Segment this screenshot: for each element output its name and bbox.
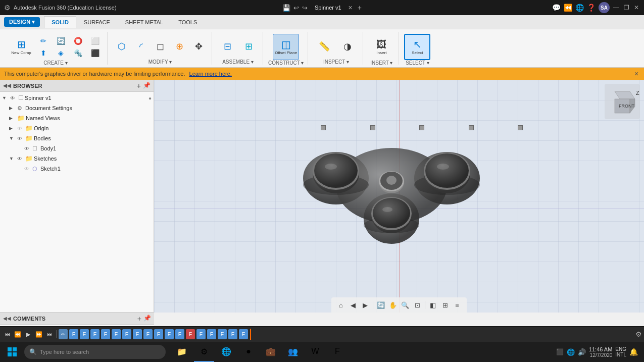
- taskbar-search-box[interactable]: 🔍 Type here to search: [24, 345, 166, 359]
- create-label[interactable]: CREATE ▾: [43, 60, 68, 66]
- warning-link[interactable]: Learn more here.: [189, 71, 232, 77]
- assemble-component-btn[interactable]: ⊟: [217, 34, 237, 59]
- new-tab-icon[interactable]: +: [358, 4, 362, 12]
- taskbar-edge-btn[interactable]: 🌐: [216, 342, 236, 362]
- tl-item-14[interactable]: E: [218, 329, 227, 339]
- modify-label[interactable]: MODIFY ▾: [148, 59, 172, 65]
- revolve-btn[interactable]: 🔄: [53, 35, 69, 46]
- minimize-button[interactable]: —: [613, 4, 620, 11]
- view-cube[interactable]: FRONT Z: [605, 84, 640, 119]
- redo-icon[interactable]: ↪: [302, 4, 308, 12]
- tab-tools[interactable]: TOOLS: [171, 16, 205, 28]
- loft-btn[interactable]: ◈: [53, 47, 69, 59]
- tl-item-8[interactable]: E: [143, 329, 153, 339]
- grid-btn[interactable]: ⊞: [439, 299, 451, 311]
- save-icon[interactable]: 💾: [282, 4, 290, 12]
- measure-btn[interactable]: 📏: [313, 34, 335, 59]
- tl-item-3[interactable]: E: [90, 329, 100, 339]
- cylinder-btn[interactable]: ⬛: [87, 47, 103, 59]
- tree-item-bodies[interactable]: ▼ 👁 📁 Bodies: [7, 133, 154, 143]
- tl-item-fillet[interactable]: F: [186, 329, 195, 339]
- taskbar-app5-btn[interactable]: 💼: [261, 342, 281, 362]
- browser-add-icon[interactable]: +: [137, 82, 141, 90]
- tl-item-13[interactable]: E: [207, 329, 216, 339]
- tree-eye-spinner[interactable]: 👁: [10, 95, 17, 101]
- thread-btn[interactable]: 🔩: [70, 47, 86, 59]
- sketch-btn[interactable]: ✏: [35, 35, 52, 46]
- zoom-extents-btn[interactable]: ⊡: [412, 299, 423, 311]
- tl-item-4[interactable]: E: [101, 329, 110, 339]
- web-icon[interactable]: 🌐: [575, 4, 584, 12]
- tree-item-body1[interactable]: ▶ 👁 ☐ Body1: [14, 143, 154, 153]
- design-button[interactable]: DESIGN ▾: [4, 17, 40, 27]
- tl-item-7[interactable]: E: [133, 329, 142, 339]
- tree-eye-bodies[interactable]: 👁: [17, 136, 24, 141]
- timeline-first-btn[interactable]: ⏮: [2, 329, 12, 339]
- timeline-settings-btn[interactable]: ⚙: [635, 330, 642, 338]
- tl-item-6[interactable]: E: [122, 329, 131, 339]
- select-btn[interactable]: ↖ Select: [404, 34, 430, 60]
- construct-label[interactable]: CONSTRUCT ▾: [268, 60, 304, 66]
- timeline-prev-btn[interactable]: ⏪: [13, 329, 23, 339]
- browser-pin-icon[interactable]: 📌: [143, 82, 151, 90]
- help-history-icon[interactable]: ⏪: [564, 4, 572, 12]
- joint-btn[interactable]: ⊞: [238, 34, 259, 59]
- new-component-btn[interactable]: ⊞ New Comp: [8, 34, 34, 60]
- combine-btn[interactable]: ⊕: [170, 34, 188, 59]
- windows-start-btn[interactable]: [2, 342, 22, 362]
- section-analysis-btn[interactable]: ◑: [336, 34, 359, 59]
- tab-solid[interactable]: SOLID: [44, 16, 76, 28]
- tree-item-origin[interactable]: ▶ 👁 📁 Origin: [7, 123, 154, 133]
- tl-item-11[interactable]: E: [175, 329, 184, 339]
- taskbar-chrome-btn[interactable]: ●: [238, 342, 259, 362]
- tree-eye-sketch1[interactable]: 👁: [24, 166, 31, 172]
- box-btn[interactable]: ⬜: [87, 35, 103, 46]
- prev-view-btn[interactable]: ◀: [348, 299, 359, 311]
- tl-item-10[interactable]: E: [165, 329, 174, 339]
- warning-close-btn[interactable]: ×: [633, 70, 640, 77]
- offset-plane-btn[interactable]: ◫ Offset Plane: [273, 34, 299, 60]
- browser-collapse-icon[interactable]: ◀◀: [3, 83, 11, 88]
- tree-item-sketch1[interactable]: ▶ 👁 ⬡ Sketch1: [14, 164, 154, 174]
- press-pull-btn[interactable]: ⬡: [113, 34, 131, 59]
- home-view-btn[interactable]: ⌂: [335, 299, 346, 311]
- tree-item-named-views[interactable]: ▶ 📁 Named Views: [7, 113, 154, 123]
- user-avatar[interactable]: SA: [599, 2, 610, 13]
- zoom-btn[interactable]: 🔍: [400, 299, 411, 311]
- extrude-btn[interactable]: ⬆: [35, 47, 52, 59]
- tl-item-5[interactable]: E: [112, 329, 121, 339]
- comments-add-btn[interactable]: +: [137, 315, 141, 323]
- inspect-label[interactable]: INSPECT ▾: [323, 59, 349, 65]
- insert-canvas-btn[interactable]: 🖼 Insert: [368, 34, 394, 60]
- taskbar-teams-btn[interactable]: 👥: [283, 342, 303, 362]
- tree-eye-body1[interactable]: 👁: [24, 146, 31, 151]
- taskbar-fusion2-btn[interactable]: F: [327, 342, 348, 362]
- viewport[interactable]: FRONT Z ⌂ ◀ ▶ 🔄 ✋ 🔍 ⊡ ◧ ⊞ ≡: [154, 80, 644, 313]
- timeline-next-btn[interactable]: ⏩: [34, 329, 44, 339]
- tl-item-2[interactable]: E: [80, 329, 89, 339]
- tl-item-16[interactable]: E: [239, 329, 248, 339]
- shell-btn[interactable]: ◻: [151, 34, 169, 59]
- close-tab-icon[interactable]: ×: [349, 4, 353, 12]
- tl-item-15[interactable]: E: [228, 329, 237, 339]
- environment-btn[interactable]: ≡: [452, 299, 463, 311]
- taskbar-fusion-btn[interactable]: ⚙: [194, 342, 214, 362]
- taskbar-notification-icon[interactable]: 🔔: [629, 348, 638, 356]
- tree-item-doc-settings[interactable]: ▶ ⚙ Document Settings: [7, 103, 154, 113]
- maximize-button[interactable]: ❐: [623, 4, 630, 11]
- tl-item-sketch[interactable]: ✏: [59, 329, 68, 339]
- help-icon[interactable]: ❓: [587, 4, 596, 12]
- comments-collapse-icon[interactable]: ◀◀: [3, 316, 11, 321]
- display-mode-btn[interactable]: ◧: [427, 299, 438, 311]
- tree-eye-sketches[interactable]: 👁: [17, 156, 24, 162]
- tree-item-spinner-v1[interactable]: ▼ 👁 ☐ Spinner v1 ●: [0, 93, 154, 103]
- tl-item-12[interactable]: E: [196, 329, 206, 339]
- hole-btn[interactable]: ⭕: [70, 35, 86, 46]
- fillet-btn[interactable]: ◜: [132, 34, 150, 59]
- tab-sheet-metal[interactable]: SHEET METAL: [118, 16, 171, 28]
- move-copy-btn[interactable]: ✥: [189, 34, 208, 59]
- tree-item-sketches[interactable]: ▼ 👁 📁 Sketches: [7, 153, 154, 164]
- assemble-label[interactable]: ASSEMBLE ▾: [222, 59, 254, 65]
- chat-icon[interactable]: 💬: [552, 4, 561, 12]
- close-button[interactable]: ✕: [633, 4, 640, 11]
